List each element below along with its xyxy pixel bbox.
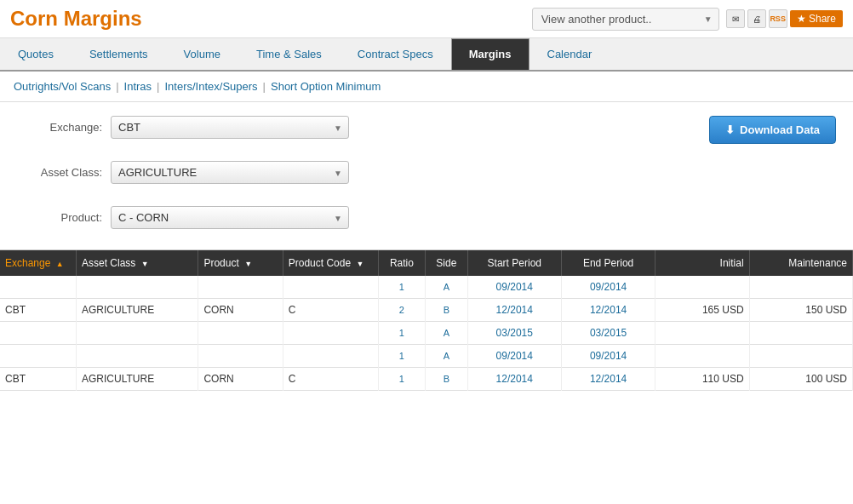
sep-1: | xyxy=(116,80,118,93)
tab-margins[interactable]: Margins xyxy=(451,38,530,70)
td-code: C xyxy=(283,299,378,322)
asset-class-select[interactable]: AGRICULTURE xyxy=(111,161,349,184)
td-ratio: 1 xyxy=(378,368,425,391)
td-product xyxy=(198,276,283,299)
exchange-select-wrapper: CBT xyxy=(111,116,349,139)
td-asset-class xyxy=(77,276,198,299)
td-exchange xyxy=(0,345,77,368)
exchange-select[interactable]: CBT xyxy=(111,116,349,139)
td-start-period: 09/2014 xyxy=(467,276,561,299)
td-maintenance xyxy=(749,276,852,299)
td-ratio: 1 xyxy=(378,345,425,368)
product-label: Product: xyxy=(17,211,111,224)
td-maintenance: 100 USD xyxy=(749,368,852,391)
sub-nav: Outrights/Vol Scans | Intras | Inters/In… xyxy=(0,72,853,102)
table-row: CBTAGRICULTURECORNC1B12/201412/2014110 U… xyxy=(0,368,853,391)
sort-arrow-asset: ▼ xyxy=(141,260,149,268)
td-end-period: 12/2014 xyxy=(561,299,655,322)
table-row: CBTAGRICULTURECORNC2B12/201412/2014165 U… xyxy=(0,299,853,322)
download-button[interactable]: ⬇ Download Data xyxy=(709,116,836,144)
td-asset-class xyxy=(77,345,198,368)
table-row: 1A09/201409/2014 xyxy=(0,345,853,368)
product-select[interactable]: C - CORN xyxy=(111,206,349,229)
sep-2: | xyxy=(157,80,159,93)
td-ratio: 2 xyxy=(378,299,425,322)
download-area: ⬇ Download Data xyxy=(709,116,836,144)
tab-calendar[interactable]: Calendar xyxy=(530,38,610,70)
td-exchange: CBT xyxy=(0,368,77,391)
tab-volume[interactable]: Volume xyxy=(166,38,238,70)
td-start-period: 09/2014 xyxy=(467,345,561,368)
sort-arrow-code: ▼ xyxy=(356,260,364,268)
td-start-period: 12/2014 xyxy=(467,299,561,322)
download-label: Download Data xyxy=(740,123,820,136)
tab-quotes[interactable]: Quotes xyxy=(0,38,72,70)
td-side: A xyxy=(426,322,468,345)
td-product: CORN xyxy=(198,299,283,322)
td-ratio: 1 xyxy=(378,276,425,299)
header-controls: View another product.. ✉ 🖨 RSS ★ Share xyxy=(532,8,843,31)
th-exchange[interactable]: Exchange ▲ xyxy=(0,250,77,276)
sub-nav-outrights[interactable]: Outrights/Vol Scans xyxy=(14,80,111,93)
product-row: Product: C - CORN xyxy=(17,206,349,229)
th-start-period[interactable]: Start Period xyxy=(467,250,561,276)
asset-class-row: Asset Class: AGRICULTURE xyxy=(17,161,349,184)
th-product[interactable]: Product ▼ xyxy=(198,250,283,276)
td-start-period: 12/2014 xyxy=(467,368,561,391)
icon-bar: ✉ 🖨 RSS ★ Share xyxy=(726,9,843,28)
td-exchange: CBT xyxy=(0,299,77,322)
td-initial xyxy=(655,276,749,299)
sort-arrow-exchange: ▲ xyxy=(56,260,64,268)
td-end-period: 03/2015 xyxy=(561,322,655,345)
td-end-period: 09/2014 xyxy=(561,345,655,368)
td-exchange xyxy=(0,322,77,345)
td-side: A xyxy=(426,345,468,368)
sep-3: | xyxy=(263,80,266,93)
th-product-code[interactable]: Product Code ▼ xyxy=(283,250,378,276)
td-code xyxy=(283,345,378,368)
td-initial: 165 USD xyxy=(655,299,749,322)
td-end-period: 09/2014 xyxy=(561,276,655,299)
td-product: CORN xyxy=(198,368,283,391)
td-initial: 110 USD xyxy=(655,368,749,391)
view-product-select[interactable]: View another product.. xyxy=(532,8,719,31)
td-maintenance xyxy=(749,322,852,345)
td-asset-class: AGRICULTURE xyxy=(77,299,198,322)
td-code: C xyxy=(283,368,378,391)
th-initial[interactable]: Initial xyxy=(655,250,749,276)
sub-nav-inters[interactable]: Inters/Intex/Supers xyxy=(164,80,257,93)
asset-class-label: Asset Class: xyxy=(17,166,111,179)
th-end-period[interactable]: End Period xyxy=(561,250,655,276)
td-code xyxy=(283,276,378,299)
th-maintenance[interactable]: Maintenance xyxy=(749,250,852,276)
rss-icon[interactable]: RSS xyxy=(769,9,787,28)
th-ratio[interactable]: Ratio xyxy=(378,250,425,276)
exchange-label: Exchange: xyxy=(17,121,111,134)
sub-nav-intras[interactable]: Intras xyxy=(124,80,152,93)
table-header-row: Exchange ▲ Asset Class ▼ Product ▼ Produ… xyxy=(0,250,853,276)
controls-row: Exchange: CBT Asset Class: AGRICULTURE P… xyxy=(0,102,853,249)
tab-bar: Quotes Settlements Volume Time & Sales C… xyxy=(0,38,853,72)
print-icon[interactable]: 🖨 xyxy=(747,9,766,28)
share-button[interactable]: ★ Share xyxy=(790,10,843,27)
td-side: B xyxy=(426,368,468,391)
sub-nav-short-option[interactable]: Short Option Minimum xyxy=(271,80,381,93)
table-row: 1A03/201503/2015 xyxy=(0,322,853,345)
sort-arrow-product: ▼ xyxy=(244,260,252,268)
data-table-container: Exchange ▲ Asset Class ▼ Product ▼ Produ… xyxy=(0,249,853,391)
tab-contract-specs[interactable]: Contract Specs xyxy=(340,38,451,70)
th-asset-class[interactable]: Asset Class ▼ xyxy=(77,250,198,276)
exchange-row: Exchange: CBT xyxy=(17,116,349,139)
td-product xyxy=(198,322,283,345)
table-row: 1A09/201409/2014 xyxy=(0,276,853,299)
td-asset-class xyxy=(77,322,198,345)
page-title: Corn Margins xyxy=(10,7,142,31)
tab-time-sales[interactable]: Time & Sales xyxy=(238,38,340,70)
th-side[interactable]: Side xyxy=(426,250,468,276)
td-start-period: 03/2015 xyxy=(467,322,561,345)
email-icon[interactable]: ✉ xyxy=(726,9,745,28)
td-end-period: 12/2014 xyxy=(561,368,655,391)
td-code xyxy=(283,322,378,345)
tab-settlements[interactable]: Settlements xyxy=(72,38,166,70)
td-ratio: 1 xyxy=(378,322,425,345)
